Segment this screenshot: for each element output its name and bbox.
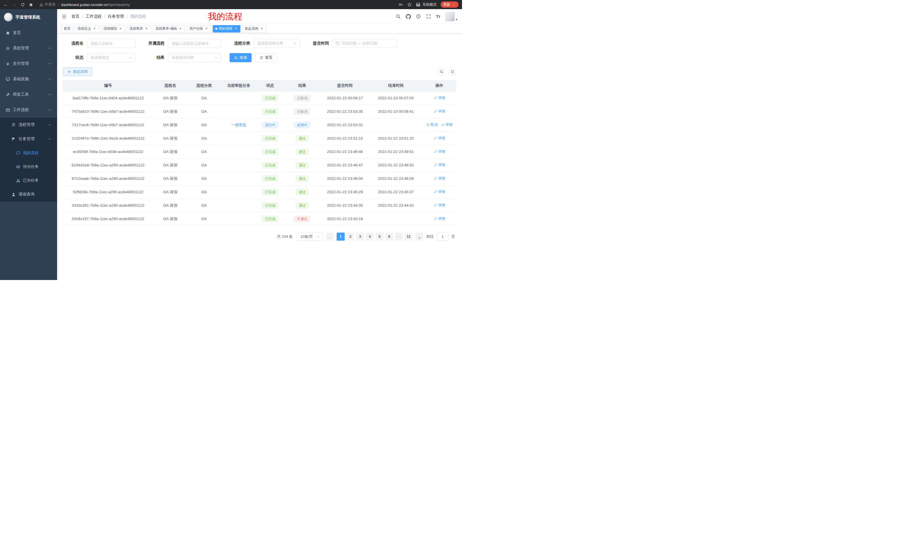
tab-close-icon[interactable]: × <box>260 27 264 31</box>
sidebar-item-infra[interactable]: 基础设施 <box>0 71 57 87</box>
sidebar-item-leave-query[interactable]: 请假查询 <box>0 187 57 202</box>
pagination-page-1[interactable]: 1 <box>337 233 345 241</box>
detail-action[interactable]: 详情 <box>434 96 445 100</box>
search-button[interactable]: 搜索 <box>230 53 252 62</box>
browser-update-button[interactable]: 更新 ⋮ <box>441 1 459 8</box>
detail-action[interactable]: 详情 <box>434 190 445 195</box>
tab-流程模型[interactable]: 流程模型× <box>101 25 125 33</box>
sidebar-item-task-mgmt[interactable]: 任务管理 <box>0 132 57 146</box>
cancel-action[interactable]: 取消 <box>426 123 438 127</box>
chevron-down-icon <box>129 56 132 59</box>
sidebar-item-workflow[interactable]: 工作流程 <box>0 102 57 118</box>
cell-current-task <box>221 145 256 159</box>
date-range-picker[interactable]: 开始日期 - 结束日期 <box>332 39 398 48</box>
browser-home-icon[interactable] <box>29 3 33 7</box>
tab-流程表单[interactable]: 流程表单× <box>127 25 151 33</box>
column-header: 结束时间 <box>369 80 422 91</box>
fullscreen-icon[interactable] <box>426 14 431 19</box>
breadcrumb-home[interactable]: 首页 <box>71 14 80 19</box>
cell-status: 已完成 <box>256 91 284 105</box>
pagination-page-5[interactable]: 5 <box>375 233 384 241</box>
key-icon[interactable] <box>399 2 403 7</box>
pagination-page-4[interactable]: 4 <box>366 233 374 241</box>
sidebar-item-my-process[interactable]: 我的流程 <box>0 146 57 160</box>
start-process-button[interactable]: 发起流程 <box>63 67 92 76</box>
result-label: 结果 <box>144 55 165 60</box>
detail-action[interactable]: 详情 <box>434 109 445 114</box>
cell-category: OA <box>187 159 221 172</box>
table-row: 331bc281-7b9a-11ec-a290-acde48001122OA 请… <box>63 199 456 212</box>
status-select[interactable]: 请选择状态 <box>87 53 135 62</box>
browser-menu-icon[interactable]: ⋮ <box>452 3 456 7</box>
tab-发起流程[interactable]: 发起流程× <box>242 25 266 33</box>
process-name-input[interactable] <box>87 39 135 48</box>
cell-status: 已完成 <box>256 145 284 159</box>
github-icon[interactable] <box>406 14 411 19</box>
tab-首页[interactable]: 首页 <box>61 25 73 33</box>
tab-close-icon[interactable]: × <box>118 27 123 31</box>
font-size-icon[interactable]: Tᴛ <box>436 14 440 19</box>
url-text: dashboard.yudao.iocoder.cn/bpm/task/my <box>61 3 130 7</box>
help-icon[interactable] <box>416 14 421 19</box>
detail-action[interactable]: 详情 <box>441 123 453 127</box>
pagination-page-2[interactable]: 2 <box>346 233 354 241</box>
browser-forward-icon[interactable]: → <box>12 2 16 7</box>
tab-流程定义[interactable]: 流程定义× <box>75 25 99 33</box>
toggle-search-button[interactable] <box>438 67 446 76</box>
tab-close-icon[interactable]: × <box>93 27 96 31</box>
browser-back-icon[interactable]: ← <box>3 2 8 7</box>
detail-action[interactable]: 详情 <box>434 216 445 221</box>
sidebar-item-payment[interactable]: ¥ 支付管理 <box>0 56 57 71</box>
breadcrumb-task-mgmt[interactable]: 任务管理 <box>108 14 124 19</box>
sidebar-toggle-icon[interactable] <box>62 14 67 19</box>
pagination-next[interactable] <box>416 233 423 241</box>
browser-reload-icon[interactable] <box>21 3 25 7</box>
detail-action[interactable]: 详情 <box>434 136 445 141</box>
detail-action[interactable]: 详情 <box>434 163 445 168</box>
pagination-page-6[interactable]: 6 <box>385 233 393 241</box>
app-logo-image <box>4 13 13 21</box>
chevron-down-icon <box>48 93 51 96</box>
search-icon[interactable] <box>396 14 400 19</box>
address-bar[interactable]: 不安全 dashboard.yudao.iocoder.cn/bpm/task/… <box>39 2 394 7</box>
bookmark-star-icon[interactable] <box>407 2 412 7</box>
pagination-page-11[interactable]: 11 <box>405 233 412 241</box>
tab-close-icon[interactable]: × <box>178 27 183 31</box>
reset-button[interactable]: 重置 <box>255 53 277 62</box>
sidebar-item-home[interactable]: 首页 <box>0 25 57 40</box>
tab-流程表单-编辑[interactable]: 流程表单-编辑× <box>153 25 185 33</box>
detail-action[interactable]: 详情 <box>434 176 445 181</box>
tab-close-icon[interactable]: × <box>144 27 148 31</box>
sidebar-item-done-tasks[interactable]: 已办任务 <box>0 174 57 187</box>
cell-status: 已完成 <box>256 159 284 172</box>
sidebar-item-devtools[interactable]: 研发工具 <box>0 87 57 102</box>
detail-action[interactable]: 详情 <box>434 149 445 154</box>
tab-close-icon[interactable]: × <box>234 27 238 31</box>
tab-close-icon[interactable]: × <box>204 27 208 31</box>
result-tag: 处理中 <box>294 122 310 128</box>
category-select[interactable]: 请选择流程分类 <box>254 39 300 48</box>
refresh-table-button[interactable] <box>448 67 456 76</box>
goto-page-input[interactable] <box>436 233 448 241</box>
chevron-down-icon <box>48 77 51 81</box>
detail-action[interactable]: 详情 <box>434 203 445 208</box>
cell-end-time: 2022-01-23 00:08:41 <box>369 105 422 118</box>
cell-submit-time: 2022-01-23 00:06:17 <box>321 91 369 105</box>
pagination-more[interactable]: ··· <box>395 233 403 241</box>
sidebar-item-todo-tasks[interactable]: 待办任务 <box>0 160 57 174</box>
sidebar-item-system[interactable]: 系统管理 <box>0 40 57 56</box>
tab-我的流程[interactable]: 我的流程× <box>213 25 240 33</box>
user-avatar[interactable]: ▾ <box>445 12 458 21</box>
current-task-link[interactable]: 一级审批 <box>231 123 246 127</box>
pagination-prev[interactable] <box>326 233 334 241</box>
cell-name: OA 请假 <box>153 159 188 172</box>
pagination-page-3[interactable]: 3 <box>356 233 364 241</box>
search-icon <box>440 70 444 73</box>
sidebar-item-process-mgmt[interactable]: ☰ 流程管理 <box>0 118 57 132</box>
result-select[interactable]: 请选择流结果 <box>168 53 221 62</box>
breadcrumb-workflow[interactable]: 工作流程 <box>86 14 102 19</box>
tab-用户分组[interactable]: 用户分组× <box>187 25 211 33</box>
security-indicator[interactable]: 不安全 <box>39 2 56 7</box>
process-def-input[interactable] <box>168 39 221 48</box>
page-size-select[interactable]: 10条/页 <box>297 233 323 241</box>
